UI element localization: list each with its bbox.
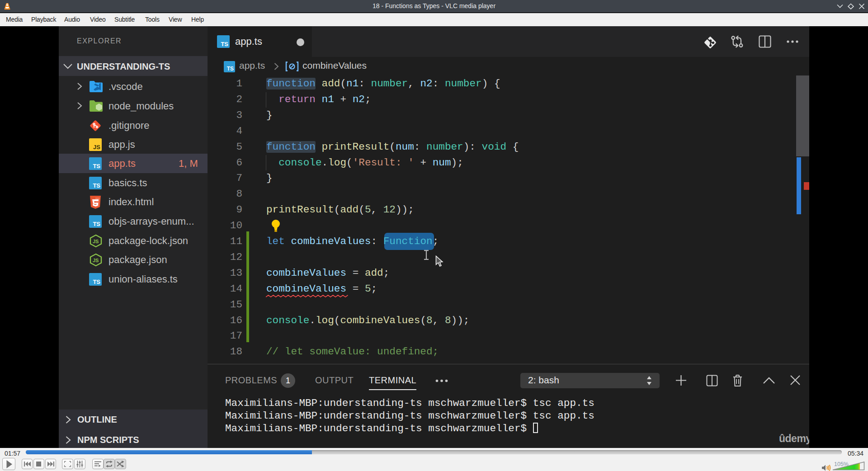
svg-text:JS: JS [93,258,99,263]
svg-text:JS: JS [93,239,99,244]
